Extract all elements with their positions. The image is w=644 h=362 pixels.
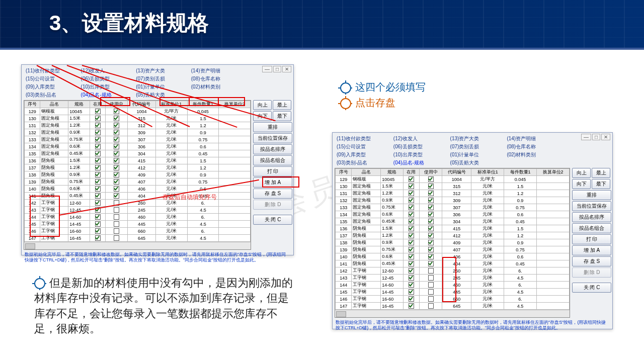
checkbox[interactable]	[409, 247, 414, 252]
checkbox[interactable]	[114, 116, 119, 121]
tab-item[interactable]: (02)材料类别	[506, 151, 562, 159]
tab-item[interactable]: (04)品名-规格	[80, 91, 135, 99]
checkbox[interactable]	[95, 165, 101, 170]
tab-item[interactable]: (13)资产大类	[449, 135, 506, 143]
checkbox[interactable]	[409, 275, 414, 281]
checkbox[interactable]	[409, 303, 414, 309]
tab-item[interactable]: (05)丢赔大类	[449, 159, 506, 167]
table-row[interactable]: 134固定角模0.6米306元/米0.6	[336, 211, 570, 218]
checkbox[interactable]	[428, 254, 434, 259]
table-row[interactable]: 141阴角模0.45米404元/米0.45	[25, 193, 251, 200]
checkbox[interactable]	[114, 137, 119, 142]
checkbox[interactable]	[409, 296, 414, 302]
checkbox[interactable]	[95, 130, 101, 135]
tab-item[interactable]: (12)收发人	[392, 135, 449, 143]
checkbox[interactable]	[114, 151, 119, 156]
h-scrollbar[interactable]	[335, 310, 570, 317]
checkbox[interactable]	[409, 176, 414, 182]
checkbox[interactable]	[114, 200, 119, 206]
checkbox[interactable]	[409, 268, 414, 274]
checkbox[interactable]	[95, 158, 101, 163]
table-row[interactable]: 146工字钢16-60660元/米6.	[25, 228, 251, 235]
checkbox[interactable]	[95, 214, 101, 220]
checkbox[interactable]	[114, 214, 119, 220]
table-row[interactable]: 131固定角模1.2米312元/米1.2	[336, 190, 570, 197]
tab-item[interactable]: (07)类别丢损	[449, 143, 506, 151]
data-grid[interactable]: 序号品名规格在用使用中代码编号标准单位1每件数量1换算单位2129钢模板1004…	[335, 168, 570, 318]
checkbox[interactable]	[428, 296, 434, 302]
checkbox[interactable]	[114, 144, 119, 149]
close-button[interactable]: 关 闭 C	[572, 283, 611, 293]
table-row[interactable]: 144工字钢14-60460元/米6.	[336, 282, 570, 289]
tab-item[interactable]: (11)收付款类型	[336, 135, 392, 143]
col-header[interactable]: 品名	[40, 101, 68, 108]
table-row[interactable]: 142工字钢12-60260元/米6.	[336, 267, 570, 275]
side-button[interactable]: 最下	[273, 111, 291, 121]
checkbox[interactable]	[409, 233, 414, 238]
checkbox[interactable]	[428, 275, 434, 281]
col-header[interactable]: 代码编号	[128, 101, 156, 108]
col-header[interactable]: 序号	[25, 101, 40, 108]
checkbox[interactable]	[95, 137, 101, 142]
side-button[interactable]: 按品名排序	[253, 144, 292, 154]
checkbox[interactable]	[428, 191, 434, 196]
table-row[interactable]: 147工字钢16-45645元/米4.5	[25, 235, 251, 242]
checkbox[interactable]	[428, 282, 434, 288]
checkbox[interactable]	[409, 254, 414, 259]
table-row[interactable]: 139阴角模0.75米407元/米0.75	[336, 246, 570, 253]
table-row[interactable]: 133固定角模0.75米307元/米0.75	[25, 136, 251, 143]
tab-item[interactable]: (15)公司设置	[336, 143, 392, 151]
tab-item[interactable]: (15)公司设置	[25, 75, 80, 83]
checkbox[interactable]	[95, 207, 101, 213]
tab-item[interactable]: (11)收付款类型	[25, 67, 80, 75]
h-scrollbar[interactable]	[24, 242, 251, 249]
delete-button[interactable]: 删 除 D	[253, 200, 292, 210]
side-button[interactable]: 打 印	[572, 234, 611, 244]
add-button[interactable]: 增 加 A	[253, 177, 292, 188]
table-row[interactable]: 138阴角模0.9米409元/米0.9	[25, 171, 251, 178]
table-row[interactable]: 138阴角模0.9米409元/米0.9	[336, 239, 570, 246]
window-controls[interactable]: —□✕	[261, 66, 291, 72]
checkbox[interactable]	[428, 268, 434, 274]
table-row[interactable]: 135固定角模0.45米304元/米0.45	[336, 218, 570, 225]
side-button[interactable]: 当前位置保存	[572, 201, 611, 211]
checkbox[interactable]	[409, 261, 414, 266]
checkbox[interactable]	[428, 198, 434, 203]
checkbox[interactable]	[428, 261, 434, 266]
checkbox[interactable]	[428, 247, 434, 252]
tab-item[interactable]: (10)出库类型	[392, 151, 449, 159]
checkbox[interactable]	[409, 289, 414, 295]
checkbox[interactable]	[428, 184, 434, 189]
side-button[interactable]: 最上	[273, 100, 291, 110]
table-row[interactable]: 136阴角模1.5米415元/米1.5	[25, 157, 251, 164]
tab-item[interactable]: (04)品名-规格	[392, 159, 449, 167]
tab-item[interactable]: (10)出库类型	[80, 83, 135, 91]
tab-item[interactable]: (01)计量单位	[449, 151, 506, 159]
tab-item[interactable]: (14)资产明细	[506, 135, 562, 143]
delete-button[interactable]: 删 除 D	[572, 267, 611, 278]
side-button[interactable]: 向下	[253, 111, 272, 121]
data-grid[interactable]: 序号品名规格在用使用中代码编号标准单位1每件数量1换算单位2129钢模板1004…	[24, 100, 251, 250]
tab-item[interactable]: (09)入库类型	[336, 151, 392, 159]
checkbox[interactable]	[428, 219, 434, 224]
checkbox[interactable]	[428, 212, 434, 217]
table-row[interactable]: 143工字钢12-45245元/米4.5	[336, 275, 570, 282]
table-row[interactable]: 145工字钢14-45445元/米4.5	[336, 289, 570, 296]
checkbox[interactable]	[95, 144, 101, 149]
tab-item[interactable]: (01)计量单位	[135, 83, 190, 91]
col-header[interactable]: 序号	[336, 169, 352, 176]
checkbox[interactable]	[409, 219, 414, 224]
checkbox[interactable]	[114, 179, 119, 185]
checkbox[interactable]	[409, 282, 414, 288]
checkbox[interactable]	[95, 123, 101, 128]
table-row[interactable]: 130固定角模1.5米315元/米1.5	[25, 115, 251, 122]
col-header[interactable]: 品名	[352, 169, 381, 176]
tab-item[interactable]: (06)丢损类型	[392, 143, 449, 151]
col-header[interactable]: 代码编号	[442, 169, 471, 176]
table-row[interactable]: 129钢模板100451004元/平方0.045	[336, 176, 570, 183]
checkbox[interactable]	[114, 172, 119, 177]
col-header[interactable]: 规格	[68, 101, 90, 108]
checkbox[interactable]	[409, 191, 414, 196]
col-header[interactable]: 在用	[90, 101, 106, 108]
checkbox[interactable]	[95, 228, 101, 234]
